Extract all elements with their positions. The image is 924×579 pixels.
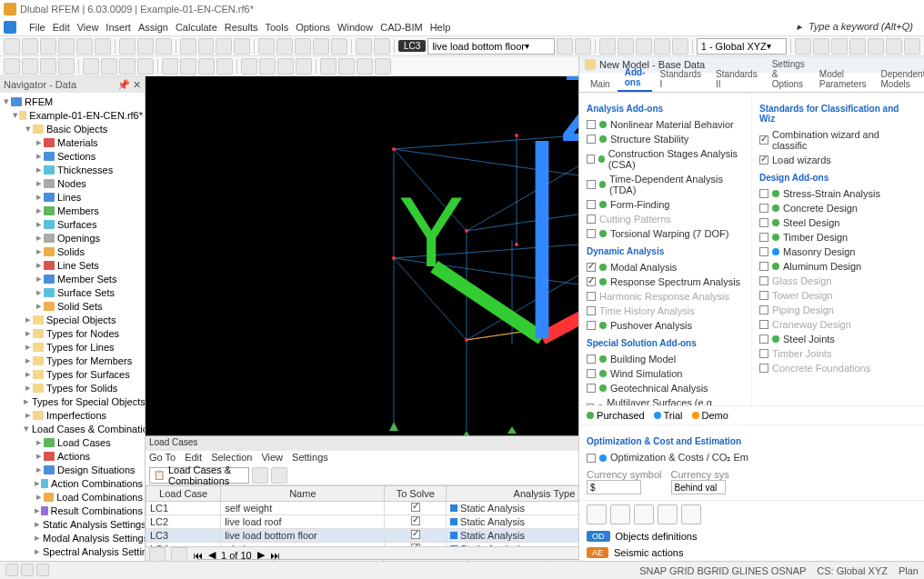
addon-check[interactable] <box>759 247 768 256</box>
tb2-k[interactable] <box>198 58 215 75</box>
addon-item[interactable]: Multilayer Surfaces (e.g. Laminate, CLT) <box>587 395 744 405</box>
addon-check[interactable] <box>587 120 596 129</box>
menu-results[interactable]: Results <box>221 20 262 35</box>
tb-z[interactable] <box>904 38 920 55</box>
tb-save[interactable] <box>40 38 56 55</box>
addon-check[interactable] <box>759 320 768 329</box>
addon-check[interactable] <box>587 180 596 189</box>
tb2-f[interactable] <box>101 58 117 75</box>
tree-item[interactable]: ▸Types for Lines <box>0 340 145 354</box>
tree-item[interactable]: ▸Lines <box>0 190 145 204</box>
addon-item[interactable]: Masonry Design <box>759 245 917 259</box>
btn-c[interactable] <box>634 504 654 524</box>
tree-item[interactable]: ▸Sections <box>0 149 145 163</box>
addon-check[interactable] <box>759 218 768 227</box>
tb-open[interactable] <box>22 38 38 55</box>
addon-check[interactable] <box>587 263 596 272</box>
coord-dropdown[interactable]: 1 - Global XYZ ▾ <box>697 38 788 55</box>
addon-item[interactable]: Aluminum Design <box>759 259 917 274</box>
tb2-r[interactable] <box>338 58 355 75</box>
tb-s[interactable] <box>672 38 688 55</box>
addon-check[interactable] <box>759 189 768 198</box>
tree-item[interactable]: ▸Nodes <box>0 176 145 190</box>
tb-m[interactable] <box>356 38 372 55</box>
addon-item[interactable]: Time-Dependent Analysis (TDA) <box>587 172 744 197</box>
bp-menu-view[interactable]: View <box>261 452 283 464</box>
addon-item[interactable]: Tower Design <box>759 288 917 303</box>
tree-item[interactable]: ▸Thicknesses <box>0 163 145 176</box>
tb2-h[interactable] <box>137 58 154 75</box>
tree-item[interactable]: ▸Load Combinations <box>0 490 145 504</box>
lc-badge[interactable]: LC3 <box>398 40 426 52</box>
bp-menu-settings[interactable]: Settings <box>292 452 328 464</box>
pin-icon[interactable]: 📌 ✕ <box>117 79 141 91</box>
menu-calculate[interactable]: Calculate <box>172 20 221 35</box>
tb-d[interactable] <box>180 38 196 55</box>
addon-item[interactable]: Concrete Foundations <box>759 361 917 375</box>
menu-assign[interactable]: Assign <box>135 20 172 35</box>
menu-view[interactable]: View <box>74 20 103 35</box>
rp-tab-settings-options[interactable]: Settings & Options <box>765 56 812 92</box>
tree-item[interactable]: ▸Surfaces <box>0 217 145 231</box>
tb-v[interactable] <box>831 38 848 55</box>
menu-insert[interactable]: Insert <box>102 20 135 35</box>
keyword-search[interactable]: ▸ Type a keyword (Alt+Q) <box>793 19 920 35</box>
addon-item[interactable]: Timber Design <box>759 230 917 245</box>
addon-check[interactable] <box>759 135 768 145</box>
tb2-q[interactable] <box>320 58 336 75</box>
tb2-b[interactable] <box>22 58 38 75</box>
addon-item[interactable]: Torsional Warping (7 DOF) <box>587 226 744 241</box>
addon-item[interactable]: Craneway Design <box>759 317 917 332</box>
addon-item[interactable]: Geotechnical Analysis <box>587 381 744 395</box>
sb-btn-b[interactable] <box>21 564 34 576</box>
addon-check[interactable] <box>587 354 596 364</box>
menu-file[interactable]: File <box>25 20 49 35</box>
opt-check[interactable] <box>587 454 596 463</box>
snap-options[interactable]: SNAP GRID BGRID GLINES OSNAP <box>639 565 806 576</box>
tree-item[interactable]: ▸Spectral Analysis Settings <box>0 544 145 558</box>
bp-menu-edit[interactable]: Edit <box>185 452 202 464</box>
tree-item[interactable]: ▸Types for Solids <box>0 381 145 394</box>
tb-g[interactable] <box>234 38 250 55</box>
addon-item[interactable]: Combination wizard and classific <box>759 127 917 153</box>
currency-symbol-input[interactable] <box>587 480 641 494</box>
tree-item[interactable]: ▸Types for Special Objects <box>0 394 145 408</box>
tb2-n[interactable] <box>259 58 276 75</box>
tb2-t[interactable] <box>375 58 391 75</box>
tb2-j[interactable] <box>180 58 196 75</box>
addon-item[interactable]: Piping Design <box>759 303 917 317</box>
tree-item[interactable]: ▸Action Combinations <box>0 476 145 490</box>
addon-check[interactable] <box>759 364 768 373</box>
rp-tab-standards-ii[interactable]: Standards II <box>708 66 765 92</box>
addon-check[interactable] <box>587 155 595 164</box>
navigator-tree[interactable]: ▾RFEM▾Example-01-EN-CEN.rf6*▾Basic Objec… <box>0 93 145 579</box>
btn-d[interactable] <box>658 504 678 524</box>
tb2-o[interactable] <box>277 58 294 75</box>
addon-check[interactable] <box>587 200 596 209</box>
sb-btn-a[interactable] <box>5 564 18 576</box>
addon-item[interactable]: Building Model <box>587 352 744 366</box>
rp-tab-dependent-models[interactable]: Dependent Models <box>873 66 924 92</box>
addon-item[interactable]: Load wizards <box>759 153 917 167</box>
addon-check[interactable] <box>587 321 596 330</box>
addon-check[interactable] <box>587 369 596 378</box>
tb2-i[interactable] <box>162 58 178 75</box>
tree-item[interactable]: ▸Actions <box>0 449 145 463</box>
tb2-s[interactable] <box>357 58 373 75</box>
addon-check[interactable] <box>759 233 768 242</box>
tree-item[interactable]: ▾RFEM <box>0 95 145 108</box>
menu-cad-bim[interactable]: CAD-BIM <box>377 20 426 35</box>
tb-undo[interactable] <box>76 38 93 55</box>
tree-item[interactable]: ▸Materials <box>0 135 145 149</box>
tree-item[interactable]: ▸Types for Nodes <box>0 326 145 340</box>
tb-p[interactable] <box>618 38 634 55</box>
addon-check[interactable] <box>587 229 596 238</box>
addon-check[interactable] <box>587 215 596 224</box>
rp-tab-model-parameters[interactable]: Model Parameters <box>812 66 874 92</box>
col-header[interactable]: Name <box>221 486 385 502</box>
tree-item[interactable]: ▸Line Sets <box>0 258 145 272</box>
solve-check[interactable] <box>411 503 420 512</box>
tb-new[interactable] <box>4 38 20 55</box>
tb2-d[interactable] <box>58 58 75 75</box>
addon-item[interactable]: Concrete Design <box>759 201 917 215</box>
